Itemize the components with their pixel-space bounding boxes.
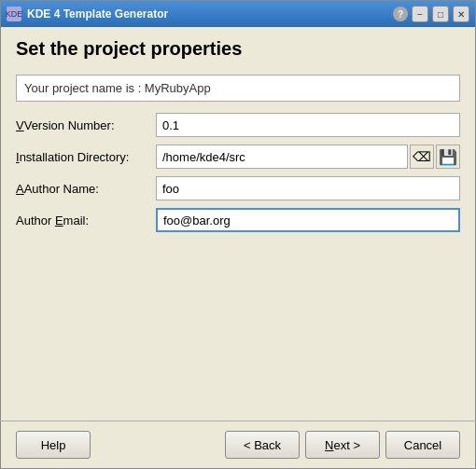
- close-button[interactable]: ✕: [453, 6, 469, 22]
- cancel-button[interactable]: Cancel: [385, 431, 460, 459]
- minimize-button[interactable]: −: [412, 6, 428, 22]
- author-label: AAuthor Name:: [16, 182, 156, 196]
- window-title: KDE 4 Template Generator: [27, 7, 168, 21]
- title-bar-left: KDE KDE 4 Template Generator: [7, 7, 168, 21]
- clear-dir-button[interactable]: ⌫: [410, 145, 434, 169]
- help-button[interactable]: Help: [16, 431, 91, 459]
- email-row: Author Email:: [16, 208, 460, 232]
- author-row: AAuthor Name:: [16, 176, 460, 200]
- version-row: VVersion Number:: [16, 113, 460, 137]
- browse-dir-button[interactable]: 💾: [436, 145, 460, 169]
- email-input[interactable]: [156, 208, 460, 232]
- install-label: Installation Directory:: [16, 150, 156, 164]
- title-bar-controls: ? − □ ✕: [393, 6, 469, 22]
- install-input[interactable]: [156, 145, 408, 169]
- next-button[interactable]: Next >: [305, 431, 380, 459]
- nav-buttons: < Back Next > Cancel: [225, 431, 460, 459]
- window-body: Set the project properties Your project …: [1, 27, 475, 421]
- footer: Help < Back Next > Cancel: [1, 421, 475, 468]
- email-label: Author Email:: [16, 214, 156, 228]
- title-help-icon[interactable]: ?: [393, 7, 408, 21]
- page-title: Set the project properties: [16, 38, 460, 60]
- version-label: VVersion Number:: [16, 118, 156, 132]
- dir-row: ⌫ 💾: [156, 145, 460, 169]
- main-window: KDE KDE 4 Template Generator ? − □ ✕ Set…: [0, 0, 476, 469]
- form-grid: VVersion Number: Installation Directory:…: [16, 113, 460, 232]
- maximize-button[interactable]: □: [432, 6, 449, 22]
- app-icon: KDE: [7, 7, 21, 21]
- author-input[interactable]: [156, 176, 460, 200]
- install-row: Installation Directory: ⌫ 💾: [16, 145, 460, 169]
- back-button[interactable]: < Back: [225, 431, 300, 459]
- version-input[interactable]: [156, 113, 460, 137]
- project-info-box: Your project name is : MyRubyApp: [16, 75, 460, 102]
- title-bar: KDE KDE 4 Template Generator ? − □ ✕: [1, 1, 475, 27]
